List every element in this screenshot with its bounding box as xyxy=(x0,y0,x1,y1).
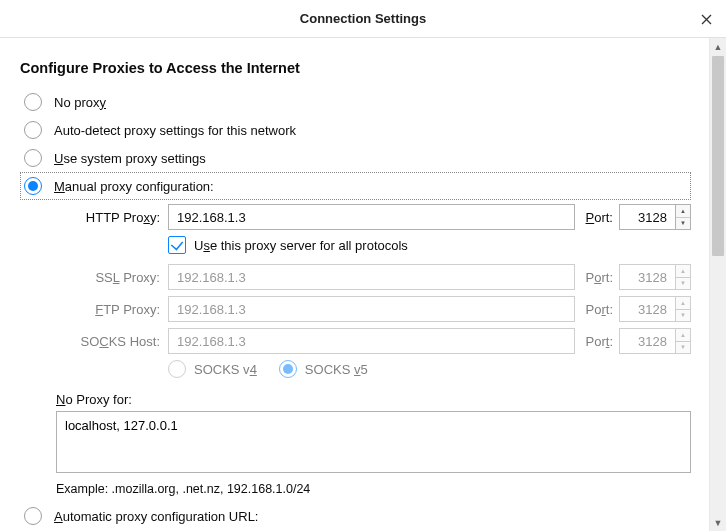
ssl-port-input xyxy=(619,264,675,290)
dialog-title: Connection Settings xyxy=(300,11,426,26)
no-proxy-example-text: Example: .mozilla.org, .net.nz, 192.168.… xyxy=(56,482,691,496)
no-proxy-for-label: No Proxy for: xyxy=(56,392,691,407)
ftp-port-label: Port: xyxy=(575,302,619,317)
dialog-content: Configure Proxies to Access the Internet… xyxy=(0,38,709,531)
ftp-proxy-input xyxy=(168,296,575,322)
ftp-port-wrap: ▲ ▼ xyxy=(619,296,691,322)
ftp-port-input xyxy=(619,296,675,322)
section-heading: Configure Proxies to Access the Internet xyxy=(20,60,691,76)
http-port-wrap: ▲ ▼ xyxy=(619,204,691,230)
scroll-up-icon[interactable]: ▲ xyxy=(710,38,726,55)
option-auto-detect[interactable]: Auto-detect proxy settings for this netw… xyxy=(20,116,691,144)
http-port-label: Port: xyxy=(575,210,619,225)
http-proxy-label: HTTP Proxy: xyxy=(56,210,168,225)
http-proxy-input[interactable] xyxy=(168,204,575,230)
ssl-proxy-row: SSL Proxy: Port: ▲ ▼ xyxy=(56,264,691,290)
ftp-proxy-label: FTP Proxy: xyxy=(56,302,168,317)
radio-icon xyxy=(24,507,42,525)
socks-host-label: SOCKS Host: xyxy=(56,334,168,349)
ssl-port-label: Port: xyxy=(575,270,619,285)
option-label: Use system proxy settings xyxy=(54,151,206,166)
radio-icon xyxy=(168,360,186,378)
spinner-down-icon: ▼ xyxy=(676,278,690,290)
option-label: Manual proxy configuration: xyxy=(54,179,214,194)
option-label: Auto-detect proxy settings for this netw… xyxy=(54,123,296,138)
option-auto-config-url[interactable]: Automatic proxy configuration URL: xyxy=(20,502,691,530)
spinner-down-icon[interactable]: ▼ xyxy=(676,218,690,230)
socks-version-row: SOCKS v4 SOCKS v5 xyxy=(168,360,691,378)
spinner-up-icon: ▲ xyxy=(676,265,690,278)
http-proxy-row: HTTP Proxy: Port: ▲ ▼ xyxy=(56,204,691,230)
no-proxy-for-input[interactable] xyxy=(56,411,691,473)
ssl-port-wrap: ▲ ▼ xyxy=(619,264,691,290)
dialog-titlebar: Connection Settings xyxy=(0,0,726,38)
checkbox-icon xyxy=(168,236,186,254)
socks-host-input xyxy=(168,328,575,354)
option-use-system[interactable]: Use system proxy settings xyxy=(20,144,691,172)
radio-icon xyxy=(24,177,42,195)
vertical-scrollbar[interactable]: ▲ ▼ xyxy=(709,38,726,531)
socks-v4-option[interactable]: SOCKS v4 xyxy=(168,360,257,378)
spinner-up-icon: ▲ xyxy=(676,297,690,310)
socks-port-label: Port: xyxy=(575,334,619,349)
http-port-spinner[interactable]: ▲ ▼ xyxy=(675,204,691,230)
socks-v5-label: SOCKS v5 xyxy=(305,362,368,377)
ftp-proxy-row: FTP Proxy: Port: ▲ ▼ xyxy=(56,296,691,322)
socks-port-input xyxy=(619,328,675,354)
use-for-all-label: Use this proxy server for all protocols xyxy=(194,238,408,253)
spinner-up-icon[interactable]: ▲ xyxy=(676,205,690,218)
radio-icon xyxy=(279,360,297,378)
ssl-proxy-label: SSL Proxy: xyxy=(56,270,168,285)
ssl-port-spinner: ▲ ▼ xyxy=(675,264,691,290)
radio-icon xyxy=(24,93,42,111)
scroll-down-icon[interactable]: ▼ xyxy=(710,514,726,531)
http-port-input[interactable] xyxy=(619,204,675,230)
socks-host-row: SOCKS Host: Port: ▲ ▼ xyxy=(56,328,691,354)
socks-v4-label: SOCKS v4 xyxy=(194,362,257,377)
scrollbar-thumb[interactable] xyxy=(712,56,724,256)
option-label: Automatic proxy configuration URL: xyxy=(54,509,258,524)
spinner-down-icon: ▼ xyxy=(676,310,690,322)
option-label: No proxy xyxy=(54,95,106,110)
socks-v5-option[interactable]: SOCKS v5 xyxy=(279,360,368,378)
radio-icon xyxy=(24,149,42,167)
close-button[interactable] xyxy=(686,0,726,38)
close-icon xyxy=(701,14,712,25)
spinner-up-icon: ▲ xyxy=(676,329,690,342)
ssl-proxy-input xyxy=(168,264,575,290)
use-for-all-row[interactable]: Use this proxy server for all protocols xyxy=(168,236,691,254)
socks-port-wrap: ▲ ▼ xyxy=(619,328,691,354)
socks-port-spinner: ▲ ▼ xyxy=(675,328,691,354)
manual-proxy-fields: HTTP Proxy: Port: ▲ ▼ Use this proxy ser… xyxy=(56,204,691,496)
option-no-proxy[interactable]: No proxy xyxy=(20,88,691,116)
option-manual-proxy[interactable]: Manual proxy configuration: xyxy=(20,172,691,200)
spinner-down-icon: ▼ xyxy=(676,342,690,354)
ftp-port-spinner: ▲ ▼ xyxy=(675,296,691,322)
radio-icon xyxy=(24,121,42,139)
